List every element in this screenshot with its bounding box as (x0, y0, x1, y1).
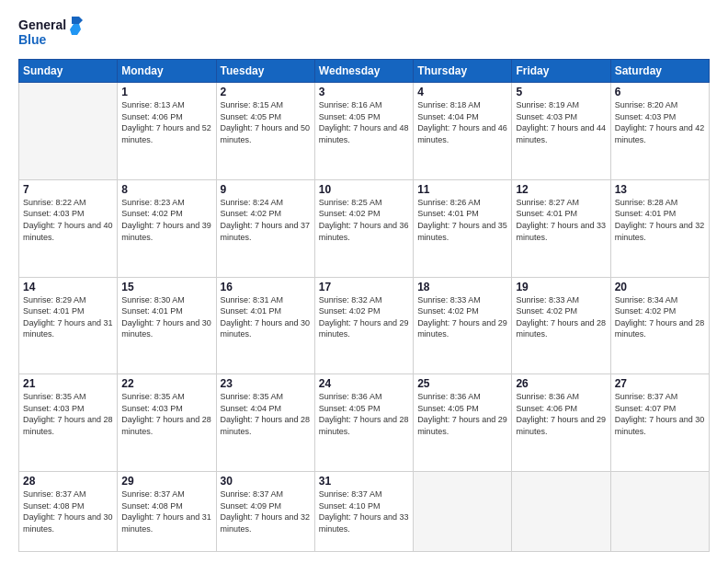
day-number: 18 (417, 281, 507, 293)
cell-info: Sunrise: 8:37 AMSunset: 4:08 PMDaylight:… (23, 488, 113, 534)
calendar-cell: 19Sunrise: 8:33 AMSunset: 4:02 PMDayligh… (512, 277, 610, 374)
calendar-cell (512, 472, 610, 552)
calendar-cell: 29Sunrise: 8:37 AMSunset: 4:08 PMDayligh… (118, 472, 216, 552)
weekday-header: Thursday (414, 60, 512, 83)
calendar-cell: 22Sunrise: 8:35 AMSunset: 4:03 PMDayligh… (118, 374, 216, 472)
calendar-cell: 15Sunrise: 8:30 AMSunset: 4:01 PMDayligh… (118, 277, 216, 374)
calendar-cell: 9Sunrise: 8:24 AMSunset: 4:02 PMDaylight… (216, 179, 314, 277)
logo-svg: General Blue (18, 15, 83, 50)
calendar-cell: 31Sunrise: 8:37 AMSunset: 4:10 PMDayligh… (314, 472, 413, 552)
calendar-header: SundayMondayTuesdayWednesdayThursdayFrid… (19, 60, 710, 83)
day-number: 19 (516, 281, 606, 293)
cell-info: Sunrise: 8:31 AMSunset: 4:01 PMDaylight:… (221, 294, 311, 340)
weekday-header: Monday (118, 60, 216, 83)
day-number: 21 (23, 377, 113, 390)
cell-info: Sunrise: 8:22 AMSunset: 4:03 PMDaylight:… (23, 197, 113, 243)
page: General Blue SundayMondayTuesdayWednesda… (0, 0, 728, 563)
cell-info: Sunrise: 8:35 AMSunset: 4:04 PMDaylight:… (221, 391, 311, 437)
calendar-cell: 24Sunrise: 8:36 AMSunset: 4:05 PMDayligh… (314, 374, 413, 472)
calendar-cell: 26Sunrise: 8:36 AMSunset: 4:06 PMDayligh… (512, 374, 610, 472)
calendar-cell: 20Sunrise: 8:34 AMSunset: 4:02 PMDayligh… (610, 277, 709, 374)
day-number: 30 (221, 475, 311, 488)
day-number: 14 (23, 281, 113, 293)
day-number: 28 (23, 475, 113, 488)
day-number: 25 (417, 377, 507, 390)
cell-info: Sunrise: 8:36 AMSunset: 4:05 PMDaylight:… (417, 391, 507, 437)
cell-info: Sunrise: 8:36 AMSunset: 4:06 PMDaylight:… (516, 391, 606, 437)
cell-info: Sunrise: 8:33 AMSunset: 4:02 PMDaylight:… (516, 294, 606, 340)
day-number: 26 (516, 377, 606, 390)
weekday-header: Friday (512, 60, 610, 83)
day-number: 8 (121, 183, 211, 196)
logo: General Blue (18, 15, 83, 50)
day-number: 31 (319, 475, 409, 488)
day-number: 16 (221, 281, 311, 293)
cell-info: Sunrise: 8:35 AMSunset: 4:03 PMDaylight:… (121, 391, 211, 437)
cell-info: Sunrise: 8:36 AMSunset: 4:05 PMDaylight:… (319, 391, 409, 437)
calendar-cell (610, 472, 709, 552)
day-number: 12 (516, 183, 606, 196)
calendar-cell: 12Sunrise: 8:27 AMSunset: 4:01 PMDayligh… (512, 179, 610, 277)
cell-info: Sunrise: 8:25 AMSunset: 4:02 PMDaylight:… (319, 197, 409, 243)
cell-info: Sunrise: 8:32 AMSunset: 4:02 PMDaylight:… (319, 294, 409, 340)
calendar-table: SundayMondayTuesdayWednesdayThursdayFrid… (18, 59, 710, 552)
day-number: 13 (615, 183, 705, 196)
day-number: 3 (319, 86, 409, 98)
cell-info: Sunrise: 8:29 AMSunset: 4:01 PMDaylight:… (23, 294, 113, 340)
day-number: 27 (615, 377, 705, 390)
svg-marker-3 (70, 24, 81, 35)
cell-info: Sunrise: 8:19 AMSunset: 4:03 PMDaylight:… (516, 99, 606, 145)
cell-info: Sunrise: 8:30 AMSunset: 4:01 PMDaylight:… (121, 294, 211, 340)
day-number: 24 (319, 377, 409, 390)
cell-info: Sunrise: 8:37 AMSunset: 4:09 PMDaylight:… (221, 488, 311, 534)
weekday-header: Tuesday (216, 60, 314, 83)
day-number: 4 (417, 86, 507, 98)
weekday-header: Saturday (610, 60, 709, 83)
calendar-cell: 5Sunrise: 8:19 AMSunset: 4:03 PMDaylight… (512, 83, 610, 180)
calendar-cell: 4Sunrise: 8:18 AMSunset: 4:04 PMDaylight… (414, 83, 512, 180)
calendar-cell: 28Sunrise: 8:37 AMSunset: 4:08 PMDayligh… (19, 472, 118, 552)
cell-info: Sunrise: 8:37 AMSunset: 4:10 PMDaylight:… (319, 488, 409, 534)
day-number: 5 (516, 86, 606, 98)
cell-info: Sunrise: 8:16 AMSunset: 4:05 PMDaylight:… (319, 99, 409, 145)
calendar-cell: 27Sunrise: 8:37 AMSunset: 4:07 PMDayligh… (610, 374, 709, 472)
cell-info: Sunrise: 8:13 AMSunset: 4:06 PMDaylight:… (121, 99, 211, 145)
calendar-cell: 8Sunrise: 8:23 AMSunset: 4:02 PMDaylight… (118, 179, 216, 277)
header: General Blue (18, 15, 710, 50)
day-number: 7 (23, 183, 113, 196)
day-number: 23 (221, 377, 311, 390)
day-number: 1 (121, 86, 211, 98)
day-number: 9 (221, 183, 311, 196)
weekday-header: Wednesday (314, 60, 413, 83)
svg-text:Blue: Blue (18, 32, 47, 47)
day-number: 20 (615, 281, 705, 293)
calendar-cell: 2Sunrise: 8:15 AMSunset: 4:05 PMDaylight… (216, 83, 314, 180)
day-number: 17 (319, 281, 409, 293)
cell-info: Sunrise: 8:18 AMSunset: 4:04 PMDaylight:… (417, 99, 507, 145)
calendar-cell: 16Sunrise: 8:31 AMSunset: 4:01 PMDayligh… (216, 277, 314, 374)
calendar-cell: 30Sunrise: 8:37 AMSunset: 4:09 PMDayligh… (216, 472, 314, 552)
calendar-cell: 13Sunrise: 8:28 AMSunset: 4:01 PMDayligh… (610, 179, 709, 277)
day-number: 15 (121, 281, 211, 293)
cell-info: Sunrise: 8:34 AMSunset: 4:02 PMDaylight:… (615, 294, 705, 340)
calendar-cell: 23Sunrise: 8:35 AMSunset: 4:04 PMDayligh… (216, 374, 314, 472)
day-number: 22 (121, 377, 211, 390)
day-number: 29 (121, 475, 211, 488)
cell-info: Sunrise: 8:33 AMSunset: 4:02 PMDaylight:… (417, 294, 507, 340)
cell-info: Sunrise: 8:35 AMSunset: 4:03 PMDaylight:… (23, 391, 113, 437)
calendar-cell: 21Sunrise: 8:35 AMSunset: 4:03 PMDayligh… (19, 374, 118, 472)
calendar-cell: 10Sunrise: 8:25 AMSunset: 4:02 PMDayligh… (314, 179, 413, 277)
calendar-cell: 14Sunrise: 8:29 AMSunset: 4:01 PMDayligh… (19, 277, 118, 374)
cell-info: Sunrise: 8:28 AMSunset: 4:01 PMDaylight:… (615, 197, 705, 243)
day-number: 10 (319, 183, 409, 196)
calendar-cell: 25Sunrise: 8:36 AMSunset: 4:05 PMDayligh… (414, 374, 512, 472)
calendar-cell: 11Sunrise: 8:26 AMSunset: 4:01 PMDayligh… (414, 179, 512, 277)
day-number: 2 (221, 86, 311, 98)
calendar-cell (414, 472, 512, 552)
svg-marker-2 (72, 17, 83, 24)
calendar-cell: 1Sunrise: 8:13 AMSunset: 4:06 PMDaylight… (118, 83, 216, 180)
cell-info: Sunrise: 8:26 AMSunset: 4:01 PMDaylight:… (417, 197, 507, 243)
svg-text:General: General (18, 17, 66, 32)
cell-info: Sunrise: 8:27 AMSunset: 4:01 PMDaylight:… (516, 197, 606, 243)
day-number: 11 (417, 183, 507, 196)
